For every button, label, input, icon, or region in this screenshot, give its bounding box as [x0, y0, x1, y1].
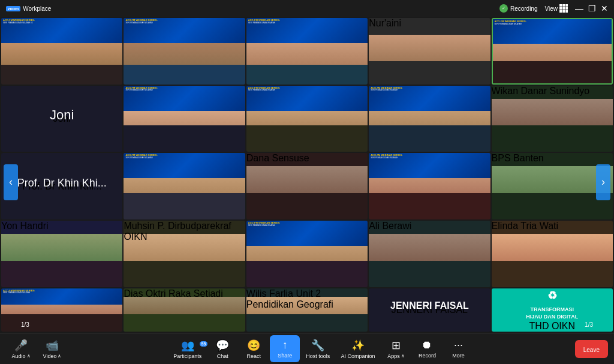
- ai-companion-label: AI Companion: [341, 353, 375, 359]
- participant-label: THD OIKN: [529, 321, 575, 332]
- video-cell-wilis: Wilis Farlia Unit 2 Pendidikan Geografi: [246, 288, 368, 332]
- react-button[interactable]: 😊 React: [239, 336, 269, 362]
- video-cell-dias: Dias Oktri Raka Setiadi: [124, 288, 245, 332]
- zoom-logo: zoom Workplace: [6, 5, 51, 12]
- zoom-workplace-label: Workplace: [23, 5, 51, 12]
- react-icon: 😊: [247, 339, 260, 352]
- participant-label: Dana Sensuse: [246, 153, 368, 164]
- video-cell-rini: ACO-FM WEBINAR SERIES: SERI PEMBANGUNAN …: [124, 86, 245, 152]
- left-arrow-icon: ‹: [9, 176, 13, 188]
- video-cell-ali-berawi: Ali Berawi: [369, 221, 490, 287]
- video-cell-prof-khinkhin: Prof. Dr Khin Khi... Prof. Dr Khin Khi..…: [1, 153, 122, 219]
- record-icon: ⏺: [422, 339, 432, 351]
- video-cell-joni: Joni Joni: [1, 86, 122, 152]
- participant-label: Nur'aini: [369, 18, 490, 29]
- leave-label: Leave: [583, 347, 600, 353]
- participants-icon: 👥: [181, 339, 194, 352]
- participants-label: Participants: [173, 353, 201, 359]
- more-label: More: [452, 353, 465, 359]
- chat-icon: 💬: [216, 339, 229, 352]
- recording-indicator: Recording: [499, 4, 538, 13]
- video-cell-elinda: Elinda Tria Wati: [492, 221, 613, 287]
- video-cell-viksia: ACO-FM WEBINAR SERIES: SERI PEMBANGUNAN …: [1, 288, 122, 332]
- apps-button[interactable]: ⊞ Apps ∧: [381, 336, 411, 362]
- share-button[interactable]: ↑ Share: [270, 335, 300, 362]
- participant-label: Dias Oktri Raka Setiadi: [124, 288, 245, 299]
- audio-label: Audio: [11, 353, 25, 359]
- video-label: Video: [43, 353, 57, 359]
- participant-display-name: Prof. Dr Khin Khi...: [17, 177, 107, 189]
- next-page-button[interactable]: ›: [596, 164, 610, 200]
- page-indicator-left: 1/3: [21, 321, 29, 328]
- record-label: Record: [419, 353, 436, 359]
- page-indicator-right: 1/3: [585, 321, 593, 328]
- window-controls: — ❐ ✕: [575, 4, 608, 13]
- previous-page-button[interactable]: ‹: [4, 164, 18, 200]
- video-cell-slkhoo: ACO-FM WEBINAR SERIES: SERI PEMBANGUNAN …: [124, 153, 245, 219]
- participant-label: BPS Banten: [492, 153, 613, 164]
- video-cell-wikan: Wikan Danar Sunindyo: [492, 86, 613, 152]
- zoom-logo-icon: zoom: [6, 6, 20, 11]
- video-cell-thd-oikn: ♻ TRANSFORMASI HIJAU DAN DIGITAL THD OIK…: [492, 288, 613, 332]
- apps-expand-icon[interactable]: ∧: [401, 354, 405, 359]
- transformasi-logo: ♻ TRANSFORMASI HIJAU DAN DIGITAL: [526, 288, 578, 321]
- minimize-button[interactable]: —: [575, 4, 583, 13]
- maximize-button[interactable]: ❐: [588, 4, 596, 13]
- chat-button[interactable]: 💬 Chat: [207, 336, 237, 362]
- video-cell-dana: Dana Sensuse: [246, 153, 368, 219]
- video-camera-icon: 📹: [46, 339, 59, 352]
- record-button[interactable]: ⏺ Record: [412, 336, 442, 361]
- toolbar-left-group: 🎤 Audio ∧ 📹 Video ∧: [6, 336, 67, 362]
- video-cell-jenneri: JENNERI FAISAL JENNERI FAISAL: [369, 288, 490, 332]
- audio-mute-icon: 🎤: [14, 339, 28, 352]
- participant-display-name: JENNERI FAISAL: [390, 300, 469, 311]
- participant-label: Elinda Tria Wati: [492, 221, 613, 231]
- view-label: View: [545, 5, 558, 12]
- more-button[interactable]: ··· More: [443, 336, 473, 361]
- host-tools-label: Host tools: [306, 353, 330, 359]
- apps-label: Apps: [387, 353, 400, 359]
- ai-companion-icon: ✨: [351, 339, 365, 352]
- leave-button[interactable]: Leave: [575, 340, 608, 358]
- participant-label: Ali Berawi: [369, 221, 490, 231]
- apps-icon: ⊞: [392, 339, 401, 352]
- toolbar-center-group: 👥 Participants 55 💬 Chat 😊 React ↑ Share…: [168, 335, 473, 362]
- video-cell-cessas-aulia: ACO-FM WEBINAR SERIES: SERI PEMBANGUNAN …: [246, 18, 368, 85]
- more-icon: ···: [454, 339, 463, 351]
- video-cell-yon-handri: Yon Handri: [1, 221, 122, 287]
- video-cell-galuh: ACO-FM WEBINAR SERIES: SERI PEMBANGUNAN …: [369, 153, 490, 219]
- audio-button[interactable]: 🎤 Audio ∧: [6, 336, 36, 362]
- ai-companion-button[interactable]: ✨ AI Companion: [336, 336, 380, 362]
- chat-label: Chat: [217, 353, 228, 359]
- grid-view-icon: [559, 4, 568, 13]
- toolbar: 🎤 Audio ∧ 📹 Video ∧ 👥 Participants 55: [0, 333, 614, 364]
- video-cell-zinmar: ACO-FM WEBINAR SERIES: SERI PEMBANGUNAN …: [369, 86, 490, 152]
- participants-count-badge: 55: [200, 341, 208, 347]
- top-bar: zoom Workplace Recording View — ❐ ✕: [0, 0, 614, 17]
- video-button[interactable]: 📹 Video ∧: [37, 336, 67, 362]
- video-cell-nuraini: Nur'aini: [369, 18, 490, 85]
- audio-expand-icon[interactable]: ∧: [27, 354, 31, 359]
- host-tools-button[interactable]: 🔧 Host tools: [301, 336, 335, 362]
- recording-status-icon: [499, 4, 508, 13]
- participant-label: Wilis Farlia Unit 2 Pendidikan Geografi: [246, 288, 368, 310]
- video-expand-icon[interactable]: ∧: [58, 354, 61, 359]
- video-cell-mia-amalia: ACO-FM WEBINAR SERIES: SERI PEMBANGUNAN …: [246, 221, 368, 287]
- view-button[interactable]: View: [545, 4, 568, 13]
- video-cell-ichiasul: ACO-FM WEBINAR SERIES: SERI PEMBANGUNAN …: [124, 18, 245, 85]
- share-label: Share: [278, 353, 292, 359]
- react-label: React: [247, 353, 261, 359]
- participant-label: Wikan Danar Sunindyo: [492, 86, 613, 97]
- recording-label: Recording: [510, 5, 538, 12]
- video-grid: ACO-FM WEBINAR SERIES: SERI PEMBANGUNAN …: [0, 17, 614, 333]
- video-cell-zizi: ACO-FM WEBINAR SERIES: SERI PEMBANGUNAN …: [492, 18, 613, 85]
- close-button[interactable]: ✕: [601, 4, 608, 13]
- share-icon: ↑: [282, 339, 288, 351]
- participant-display-name: Joni: [50, 107, 74, 123]
- video-cell-bps-banten: BPS Banten: [492, 153, 613, 219]
- participants-button[interactable]: 👥 Participants 55: [168, 336, 206, 362]
- participant-label: Muhsin P. Dirbudparekraf OIKN: [124, 221, 245, 242]
- video-cell-muhsin: Muhsin P. Dirbudparekraf OIKN: [124, 221, 245, 287]
- right-arrow-icon: ›: [601, 176, 605, 188]
- participant-label: Yon Handri: [1, 221, 122, 231]
